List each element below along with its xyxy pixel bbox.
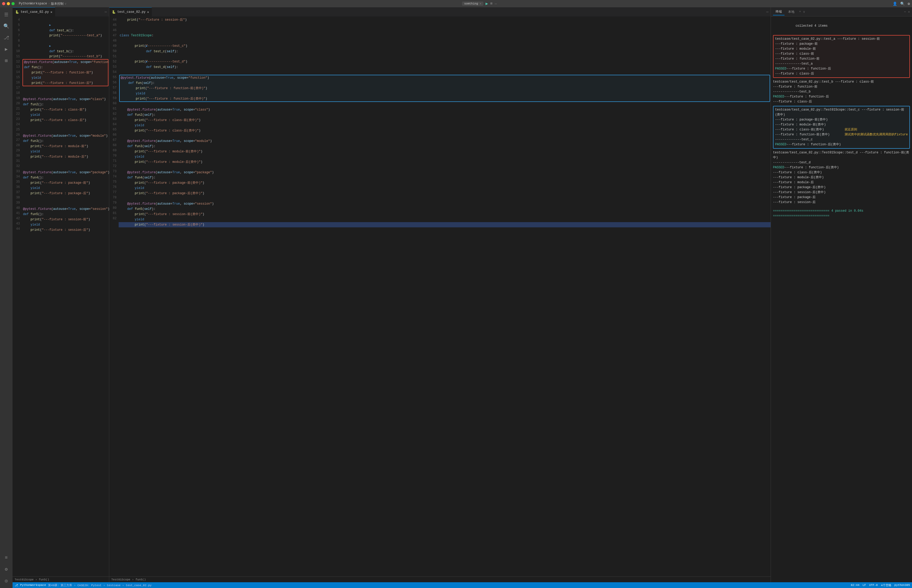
settings-icon[interactable]: ⚙ bbox=[908, 2, 910, 6]
annotation-body: 测试类中的测试函数优先调用局部的fixture bbox=[844, 132, 908, 137]
minimize-button[interactable] bbox=[7, 2, 10, 5]
left-code-lines: ▶ def test_a(): print("-------------test… bbox=[22, 17, 109, 577]
code-line: def fun5(): bbox=[22, 212, 109, 217]
settings-gear-icon[interactable]: ⚙ bbox=[1, 564, 11, 574]
terminal-line: ---fixture : package-后 bbox=[773, 195, 910, 200]
code-line: yield bbox=[22, 186, 109, 191]
layers-icon[interactable]: ≡ bbox=[1, 552, 11, 563]
statusbar-left: ⎇ PythonWorkspace 第49课: 第三方库 › CASE29: P… bbox=[15, 583, 152, 587]
branch-icon: ⎇ bbox=[15, 583, 18, 587]
collected-items: collected 4 items bbox=[773, 19, 910, 34]
code-line: print("---fixture : class-后(类中)") bbox=[119, 128, 771, 133]
code-line: def fun4(): bbox=[22, 175, 109, 180]
code-line: print("---fixture : session-后") bbox=[119, 17, 771, 23]
terminal-more-icon[interactable]: ⋯ bbox=[904, 10, 906, 14]
terminal-line: testcase/test_case_02.py::test_b ---fixt… bbox=[773, 79, 910, 84]
code-line bbox=[119, 23, 771, 28]
test-c-block: testcase/test_case_02.py::Test01Scope::t… bbox=[773, 106, 910, 149]
project-name[interactable]: PythonWorkspace › 版本控制 ∨ bbox=[19, 2, 66, 6]
left-breadcrumb: Test01Scope › fun5() bbox=[13, 577, 109, 582]
code-line: print("---fixture : session-前(类中)") bbox=[119, 212, 771, 217]
terminal-line: ---fixture : class-后 bbox=[775, 71, 908, 76]
run-config[interactable]: somthing › bbox=[462, 2, 483, 6]
right-tab-file[interactable]: 🐍 test_case_02.py ✕ bbox=[109, 7, 152, 16]
code-line: yield bbox=[22, 112, 109, 118]
terminal-line: ---fixture : class-前 bbox=[775, 52, 908, 57]
right-tab-header: 🐍 test_case_02.py ✕ ⋯ bbox=[109, 7, 771, 17]
line-numbers-left: 4567 891011 12131415 16171819 20212223 2… bbox=[13, 17, 22, 577]
more-icon[interactable]: ⋯ bbox=[495, 2, 497, 6]
search-icon[interactable]: 🔍 bbox=[900, 2, 905, 6]
more-options-icon[interactable]: ⋯ bbox=[105, 10, 107, 14]
terminal-line: ---fixture : function-前 bbox=[775, 57, 908, 61]
add-terminal-icon[interactable]: + bbox=[799, 10, 801, 14]
code-line bbox=[22, 160, 109, 165]
code-line: @pytest.fixture(autouse=True, scope="fun… bbox=[120, 75, 770, 81]
editor-area: 🐍 test_case_02.py ✕ ⋯ 4567 891011 121314… bbox=[13, 7, 912, 588]
code-line bbox=[22, 201, 109, 207]
right-code-content: 44454647 48495051 52535455 56575859 6061… bbox=[109, 17, 771, 577]
right-tab-close[interactable]: ✕ bbox=[147, 10, 149, 14]
code-line: print("-------------test_c") bbox=[119, 44, 771, 48]
terminal-chevron-icon[interactable]: ∨ bbox=[803, 10, 805, 14]
statusbar: ⎇ PythonWorkspace 第49课: 第三方库 › CASE29: P… bbox=[13, 582, 912, 588]
maximize-button[interactable] bbox=[11, 2, 15, 5]
close-button[interactable] bbox=[2, 2, 5, 5]
code-line bbox=[22, 196, 109, 201]
code-line: def fun(self): bbox=[120, 81, 770, 86]
user-icon[interactable]: 👤 bbox=[893, 2, 897, 6]
code-line: @pytest.fixture(autouse=True, scope="cla… bbox=[22, 97, 109, 102]
terminal-line: --------------test_d bbox=[773, 160, 910, 165]
terminal-tab-terminal[interactable]: 终端 bbox=[773, 8, 784, 15]
statusbar-right: 82:44 LF UTF-8 4个空格 python385 bbox=[851, 583, 910, 587]
code-line: print("-------------test_d") bbox=[119, 59, 771, 64]
run-icon[interactable]: ▶ bbox=[486, 1, 488, 6]
terminal-line: ---fixture : function-前 bbox=[773, 84, 910, 89]
terminal-line-passed: PASSED---fixture : function-后 bbox=[773, 94, 910, 99]
code-line bbox=[22, 123, 109, 128]
left-code-pane: 🐍 test_case_02.py ✕ ⋯ 4567 891011 121314… bbox=[13, 7, 109, 582]
terminal-line: ---fixture : package-前(类中) bbox=[775, 117, 908, 122]
terminal-line-passed: PASSED---fixture : function-后(类中) bbox=[773, 165, 910, 170]
code-line: print("---fixture : function-后") bbox=[23, 81, 108, 86]
left-tab-close[interactable]: ✕ bbox=[50, 10, 52, 14]
code-line: @pytest.fixture(autouse=True, scope="mod… bbox=[119, 139, 771, 144]
terminal-tab-local[interactable]: 本地 bbox=[786, 9, 797, 15]
code-line: yield bbox=[119, 186, 771, 191]
run-debug-icon[interactable]: ▶ bbox=[1, 44, 11, 54]
line-numbers-right: 44454647 48495051 52535455 56575859 6061… bbox=[109, 17, 119, 577]
titlebar-center: somthing › ▶ ■ ⋯ bbox=[68, 1, 890, 6]
code-line bbox=[119, 64, 771, 69]
code-line: print("---fixture : session-后") bbox=[22, 227, 109, 233]
code-line: yield bbox=[22, 222, 109, 227]
code-line: print("---fixture : module-前(类中)") bbox=[119, 149, 771, 154]
right-breadcrumb: Test01Scope › fun5() bbox=[109, 577, 771, 582]
stop-icon[interactable]: ■ bbox=[490, 1, 493, 6]
code-line: def fun(): bbox=[23, 65, 108, 70]
python-file-icon: 🐍 bbox=[15, 10, 19, 14]
right-code-lines: print("---fixture : session-后") class Te… bbox=[119, 17, 771, 577]
terminal-close-icon[interactable]: ✕ bbox=[908, 10, 910, 14]
code-line: print("---fixture : package-后") bbox=[22, 191, 109, 196]
code-line bbox=[119, 102, 771, 107]
terminal-line: ---fixture : session-后(类中) bbox=[773, 190, 910, 195]
terminal-line: testcase/test_case_02.py::Test01Scope::t… bbox=[773, 150, 910, 160]
right-more-icon[interactable]: ⋯ bbox=[767, 10, 768, 14]
extensions-icon[interactable]: ⊞ bbox=[1, 55, 11, 66]
code-line bbox=[22, 165, 109, 170]
left-tab-file[interactable]: 🐍 test_case_02.py ✕ bbox=[13, 7, 55, 16]
code-line: @pytest.fixture(autouse=True, scope="mod… bbox=[22, 133, 109, 139]
git-icon[interactable]: ⎇ bbox=[1, 32, 11, 43]
code-line: def fun2(self): bbox=[119, 112, 771, 118]
code-line: def fun4(self): bbox=[119, 175, 771, 180]
code-line bbox=[119, 133, 771, 139]
code-line: @pytest.fixture(autouse=True, scope="pac… bbox=[119, 170, 771, 175]
annotation-title: 就近原则 bbox=[844, 127, 908, 132]
explorer-icon[interactable]: ☰ bbox=[1, 10, 11, 20]
terminal-line: ---fixture : module-后 bbox=[773, 180, 910, 185]
code-line: yield bbox=[119, 154, 771, 160]
search-icon[interactable]: 🔍 bbox=[1, 21, 11, 31]
remote-icon[interactable]: ◎ bbox=[1, 575, 11, 586]
terminal-line: ---fixture : class-前(类中) bbox=[775, 127, 843, 132]
test-result-separator: ============================== 4 passed … bbox=[773, 208, 910, 218]
